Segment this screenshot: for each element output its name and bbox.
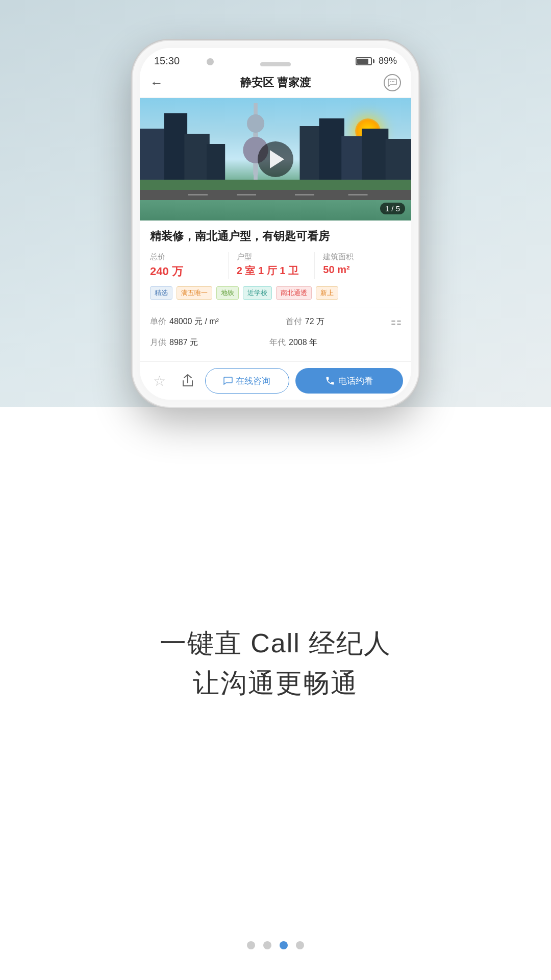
tagline-text: 一键直 Call 经纪人 让沟通更畅通 <box>160 623 391 703</box>
area-value: 50 m² <box>323 264 401 276</box>
chat-button[interactable] <box>381 74 401 91</box>
play-icon <box>270 150 284 168</box>
property-image[interactable]: 1 / 5 <box>140 98 411 220</box>
divider-1 <box>150 307 401 307</box>
room-type-label: 户型 <box>237 252 315 262</box>
dot-2[interactable] <box>263 941 271 949</box>
svg-rect-22 <box>348 194 368 195</box>
year-item: 年代 2008 年 <box>269 337 317 348</box>
consult-icon <box>223 377 233 385</box>
monthly-label: 月供 <box>150 337 166 348</box>
svg-point-8 <box>247 114 264 133</box>
property-title: 精装修，南北通户型，有钥匙可看房 <box>150 229 401 244</box>
tag-nanbei: 南北通透 <box>276 286 312 300</box>
calculator-button[interactable] <box>391 319 401 325</box>
total-price-label: 总价 <box>150 252 228 262</box>
phone-camera <box>207 58 214 65</box>
down-payment-value: 72 万 <box>305 316 324 327</box>
status-bar: 15:30 89% <box>140 48 411 71</box>
monthly-item: 月供 8987 元 <box>150 337 198 348</box>
year-value: 2008 年 <box>289 337 317 348</box>
tag-jingxuan: 精选 <box>150 286 172 300</box>
down-payment-item: 首付 72 万 <box>286 316 324 327</box>
tagline-line1: 一键直 Call 经纪人 <box>160 623 391 663</box>
svg-point-0 <box>390 81 391 82</box>
tags-row: 精选 满五唯一 地铁 近学校 南北通透 新上 <box>150 286 401 300</box>
dot-4[interactable] <box>296 941 304 949</box>
consult-label: 在线咨询 <box>236 375 270 387</box>
unit-price-item: 单价 48000 元 / m² <box>150 316 219 327</box>
detail-row-1: 单价 48000 元 / m² 首付 72 万 <box>150 311 401 332</box>
room-type-value: 2 室 1 厅 1 卫 <box>237 264 315 278</box>
room-type-col: 户型 2 室 1 厅 1 卫 <box>228 252 315 279</box>
tagline-line2: 让沟通更畅通 <box>160 663 391 703</box>
back-button[interactable]: ← <box>150 75 170 91</box>
tag-xuexiao: 近学校 <box>243 286 272 300</box>
svg-rect-11 <box>253 163 258 175</box>
down-payment-label: 首付 <box>286 316 302 327</box>
chat-icon <box>384 74 401 91</box>
consult-button[interactable]: 在线咨询 <box>205 368 289 394</box>
status-time: 15:30 <box>154 55 180 67</box>
battery-icon <box>356 57 374 65</box>
year-label: 年代 <box>269 337 286 348</box>
phone-icon <box>325 376 335 386</box>
svg-rect-20 <box>237 194 256 195</box>
area-col: 建筑面积 50 m² <box>314 252 401 279</box>
unit-price-value: 48000 元 / m² <box>169 316 219 327</box>
battery-percent: 89% <box>379 56 397 66</box>
total-price-value: 240 万 <box>150 264 228 279</box>
action-bar: ☆ 在线咨询 电 <box>140 361 411 400</box>
tag-manwu: 满五唯一 <box>177 286 212 300</box>
share-icon <box>181 374 194 388</box>
phone-speaker <box>260 62 291 66</box>
call-button[interactable]: 电话约看 <box>295 368 403 394</box>
share-button[interactable] <box>177 370 199 392</box>
dot-3-active[interactable] <box>280 941 288 949</box>
tag-xinshang: 新上 <box>316 286 338 300</box>
price-row: 总价 240 万 户型 2 室 1 厅 1 卫 建筑面积 50 m² <box>150 252 401 279</box>
total-price-col: 总价 240 万 <box>150 252 228 279</box>
svg-point-1 <box>392 81 393 82</box>
unit-price-label: 单价 <box>150 316 166 327</box>
svg-rect-21 <box>295 194 314 195</box>
tagline-section: 一键直 Call 经纪人 让沟通更畅通 <box>0 407 551 980</box>
property-info: 精装修，南北通户型，有钥匙可看房 总价 240 万 户型 2 室 1 厅 1 卫… <box>140 220 411 361</box>
status-right: 89% <box>356 56 397 66</box>
star-icon: ☆ <box>153 373 166 389</box>
svg-rect-18 <box>140 190 411 200</box>
favorite-button[interactable]: ☆ <box>148 370 170 392</box>
svg-rect-19 <box>188 194 208 195</box>
svg-point-2 <box>393 81 394 82</box>
image-counter: 1 / 5 <box>380 203 405 214</box>
call-label: 电话约看 <box>338 375 373 387</box>
monthly-value: 8987 元 <box>169 337 198 348</box>
nav-bar: ← 静安区 曹家渡 <box>140 71 411 98</box>
pagination-dots <box>247 941 304 949</box>
detail-row-2: 月供 8987 元 年代 2008 年 <box>150 332 401 353</box>
page-title: 静安区 曹家渡 <box>240 75 311 90</box>
area-label: 建筑面积 <box>323 252 401 262</box>
play-button[interactable] <box>258 141 293 177</box>
dot-1[interactable] <box>247 941 255 949</box>
phone-mockup: 15:30 89% ← 静安区 曹家渡 <box>133 41 418 407</box>
tag-ditie: 地铁 <box>216 286 239 300</box>
